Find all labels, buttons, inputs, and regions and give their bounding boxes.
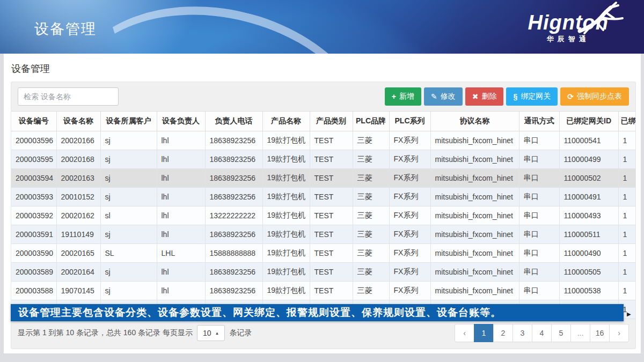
brand-logo: Hignton 华辰智通 bbox=[528, 12, 609, 44]
add-button[interactable]: +新增 bbox=[385, 87, 421, 106]
table-cell: 串口 bbox=[519, 150, 559, 169]
page-button-1[interactable]: 1 bbox=[474, 324, 494, 342]
column-header[interactable]: 负责人电话 bbox=[205, 112, 262, 131]
table-cell: lhl bbox=[157, 206, 205, 225]
table-cell: 110000490 bbox=[559, 244, 618, 263]
table-cell: 19110149 bbox=[56, 225, 100, 244]
table-cell: mitsubishi_fxcom_hinet bbox=[430, 225, 519, 244]
table-cell: 20020163 bbox=[56, 169, 100, 188]
table-cell: mitsubishi_fxcom_hinet bbox=[430, 263, 519, 282]
table-cell: 200003591 bbox=[11, 225, 56, 244]
table-cell: 1 bbox=[618, 150, 635, 169]
table-cell: TEST bbox=[310, 263, 353, 282]
brand-subtitle: 华辰智通 bbox=[528, 34, 609, 44]
table-cell: FX系列 bbox=[389, 150, 430, 169]
table-cell: TEST bbox=[310, 244, 353, 263]
table-row[interactable]: 20000358819070145sjlhl1863892325619款打包机T… bbox=[11, 282, 635, 300]
table-cell: 三菱 bbox=[353, 131, 389, 150]
table-cell: FX系列 bbox=[389, 225, 430, 244]
column-header[interactable]: 已绑 bbox=[618, 112, 635, 131]
table-cell: LHL bbox=[157, 244, 205, 263]
table-cell: 200003595 bbox=[11, 150, 56, 169]
table-cell: 1 bbox=[618, 244, 635, 263]
table-cell: 110000511 bbox=[559, 225, 618, 244]
table-cell: TEST bbox=[310, 206, 353, 225]
table-row[interactable]: 20000359220020162sllhl1322222222219款打包机T… bbox=[11, 206, 635, 225]
column-header[interactable]: 设备所属客户 bbox=[100, 112, 157, 131]
table-cell: mitsubishi_fxcom_hinet bbox=[430, 169, 519, 188]
column-header[interactable]: 设备负责人 bbox=[157, 112, 205, 131]
table-cell: 13222222222 bbox=[205, 206, 262, 225]
table-cell: 20020166 bbox=[56, 131, 100, 150]
column-header[interactable]: 产品名称 bbox=[262, 112, 310, 131]
table-cell: FX系列 bbox=[389, 263, 430, 282]
table-row[interactable]: 20000359020020165SLLHL1588888888819款打包机T… bbox=[11, 244, 635, 263]
table-cell: sj bbox=[100, 169, 157, 188]
button-label: 修改 bbox=[441, 92, 456, 101]
table-row[interactable]: 20000359620020166sjlhl1863892325619款打包机T… bbox=[11, 131, 635, 150]
table-cell: sj bbox=[100, 263, 157, 282]
table-row[interactable]: 20000358920020164sjlhl1863892325619款打包机T… bbox=[11, 263, 635, 282]
column-header[interactable]: 设备编号 bbox=[11, 112, 56, 131]
table-cell: 20020164 bbox=[56, 263, 100, 282]
table-row[interactable]: 20000359119110149sjlhl1863892325619款打包机T… bbox=[11, 225, 635, 244]
table-cell: 20010152 bbox=[56, 188, 100, 206]
table-row[interactable]: 20000359520020168sjlhl1863892325619款打包机T… bbox=[11, 150, 635, 169]
table-cell: 200003593 bbox=[11, 188, 56, 206]
prev-page-button[interactable]: ‹ bbox=[455, 324, 474, 342]
table-cell: mitsubishi_fxcom_hinet bbox=[430, 244, 519, 263]
table-cell: SL bbox=[100, 244, 157, 263]
table-cell: lhl bbox=[157, 225, 205, 244]
table-cell: 三菱 bbox=[353, 206, 389, 225]
table-cell: 20020168 bbox=[56, 150, 100, 169]
table-cell: 20020165 bbox=[56, 244, 100, 263]
page-button-16[interactable]: 16 bbox=[590, 324, 610, 342]
page-button-2[interactable]: 2 bbox=[493, 324, 513, 342]
table-cell: 串口 bbox=[519, 206, 559, 225]
table-cell: 20020162 bbox=[56, 206, 100, 225]
page-size-select[interactable]: 10 ▲ bbox=[197, 325, 225, 341]
search-input[interactable] bbox=[18, 87, 119, 106]
table-cell: FX系列 bbox=[389, 169, 430, 188]
page-button-5[interactable]: 5 bbox=[551, 324, 571, 342]
table-cell: 19款打包机 bbox=[262, 206, 310, 225]
table-cell: 三菱 bbox=[353, 169, 389, 188]
antelope-icon bbox=[575, 1, 627, 34]
column-header[interactable]: 已绑定网关ID bbox=[559, 112, 618, 131]
button-label: 新增 bbox=[399, 92, 414, 101]
column-header[interactable]: PLC系列 bbox=[389, 112, 430, 131]
table-cell: 串口 bbox=[519, 225, 559, 244]
delete-button[interactable]: ✖删除 bbox=[465, 87, 504, 106]
table-cell: 200003596 bbox=[11, 131, 56, 150]
page-button-3[interactable]: 3 bbox=[513, 324, 532, 342]
column-header[interactable]: 产品类别 bbox=[310, 112, 353, 131]
table-cell: 18638923256 bbox=[205, 282, 262, 300]
refresh-icon: ⟳ bbox=[567, 92, 574, 101]
table-cell: lhl bbox=[157, 150, 205, 169]
scroll-right-arrow[interactable]: ▶ bbox=[627, 311, 631, 317]
column-header[interactable]: PLC品牌 bbox=[353, 112, 389, 131]
bind-gateway-button[interactable]: §绑定网关 bbox=[506, 87, 558, 106]
table-cell: 19款打包机 bbox=[262, 225, 310, 244]
force-sync-button[interactable]: ⟳强制同步点表 bbox=[560, 87, 629, 106]
table-cell: 1 bbox=[618, 206, 635, 225]
column-header[interactable]: 协议名称 bbox=[430, 112, 519, 131]
table-row[interactable]: 20000359420020163sjlhl1863892325619款打包机T… bbox=[11, 169, 635, 188]
next-page-button[interactable]: › bbox=[609, 324, 629, 342]
page-button-4[interactable]: 4 bbox=[532, 324, 552, 342]
table-cell: FX系列 bbox=[389, 282, 430, 300]
table-cell: 三菱 bbox=[353, 244, 389, 263]
table-cell: 1 bbox=[618, 169, 635, 188]
edit-button[interactable]: ✎修改 bbox=[424, 87, 463, 106]
table-row[interactable]: 20000359320010152sjlhl1863892325619款打包机T… bbox=[11, 188, 635, 206]
column-header[interactable]: 通讯方式 bbox=[519, 112, 559, 131]
table-cell: TEST bbox=[310, 150, 353, 169]
table-cell: sj bbox=[100, 225, 157, 244]
plus-icon: + bbox=[392, 92, 396, 101]
column-header[interactable]: 设备名称 bbox=[56, 112, 100, 131]
toolbar: +新增✎修改✖删除§绑定网关⟳强制同步点表 bbox=[11, 87, 635, 106]
table-cell: 19款打包机 bbox=[262, 150, 310, 169]
table-cell: 19款打包机 bbox=[262, 131, 310, 150]
table-cell: lhl bbox=[157, 263, 205, 282]
table-cell: 19款打包机 bbox=[262, 282, 310, 300]
